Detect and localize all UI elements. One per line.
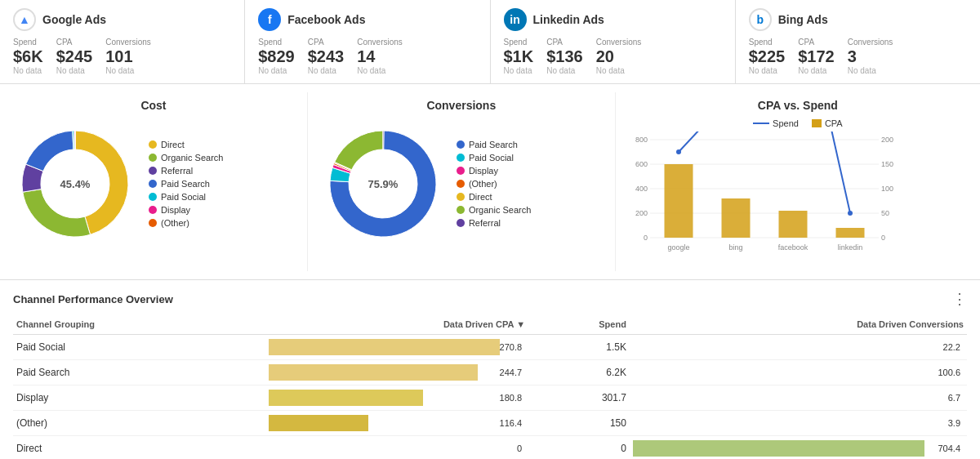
- metric-sub: No data: [749, 66, 786, 75]
- metric-label: Spend: [504, 38, 534, 47]
- metric-label: CPA: [308, 38, 345, 47]
- table-row: Paid Search244.76.2K100.6: [13, 360, 967, 385]
- conv-bar: 22.2: [633, 339, 964, 355]
- conv-bar-cell: 22.2: [630, 335, 967, 360]
- metric-sub: No data: [13, 66, 43, 75]
- spend-cell: 150: [528, 411, 630, 436]
- card-metrics: Spend $1K No data CPA $136 No data Conve…: [504, 38, 722, 75]
- legend-label: Paid Social: [469, 153, 514, 163]
- metric-value: $225: [749, 47, 786, 66]
- legend-dot: [457, 193, 465, 201]
- table-header-row: Channel GroupingData Driven CPA ▼SpendDa…: [13, 314, 967, 335]
- legend-item: Paid Social: [149, 192, 223, 202]
- charts-row: Cost 45.4% DirectOrganic SearchReferralP…: [0, 84, 980, 280]
- legend-label: Referral: [161, 166, 193, 176]
- metric-col-2: Conversions 14 No data: [357, 38, 403, 75]
- legend-dot: [149, 140, 157, 149]
- legend-label: Display: [161, 205, 190, 215]
- card-title: Facebook Ads: [287, 13, 365, 26]
- cost-center-label: 45.4%: [60, 178, 91, 190]
- card-metrics: Spend $829 No data CPA $243 No data Conv…: [258, 38, 476, 75]
- spend-cell: 1.5K: [528, 335, 630, 360]
- cpa-bar-cell: 180.8: [265, 385, 528, 411]
- table-menu-icon[interactable]: ⋮: [952, 290, 967, 308]
- legend-label: Organic Search: [161, 153, 223, 163]
- legend-item: Organic Search: [457, 205, 531, 215]
- metric-value: 14: [357, 47, 403, 66]
- legend-item: Organic Search: [149, 153, 223, 163]
- spend-cell: 6.2K: [528, 360, 630, 385]
- ad-card-facebook: f Facebook Ads Spend $829 No data CPA $2…: [245, 0, 490, 83]
- card-header: b Bing Ads: [749, 8, 967, 31]
- cpa-bar-cell: 270.8: [265, 335, 528, 360]
- legend-label: Paid Search: [161, 179, 210, 189]
- table-header-row: Channel Performance Overview ⋮: [13, 290, 967, 308]
- legend-dot: [149, 154, 157, 162]
- legend-dot: [457, 219, 465, 227]
- conversions-chart-section: Conversions 75.9% Paid SearchPaid Social…: [308, 92, 616, 271]
- metric-value: 20: [596, 47, 642, 66]
- metric-value: $1K: [504, 47, 534, 66]
- top-cards-container: ▲ Google Ads Spend $6K No data CPA $245 …: [0, 0, 980, 84]
- cpa-bar: 270.8: [269, 339, 525, 355]
- svg-rect-21: [835, 228, 864, 238]
- metric-value: $6K: [13, 47, 43, 66]
- cpa-bar-cell: 116.4: [265, 411, 528, 436]
- svg-text:100: 100: [881, 185, 893, 193]
- metric-col-1: CPA $243 No data: [308, 38, 345, 75]
- cpa-spend-line-icon: [753, 123, 769, 124]
- bing-icon: b: [749, 8, 772, 31]
- cpa-svg: 8002006001504001002005000googlebingfaceb…: [626, 131, 903, 262]
- metric-sub: No data: [105, 66, 151, 75]
- metric-col-1: CPA $172 No data: [798, 38, 835, 75]
- legend-item: Paid Search: [457, 140, 531, 149]
- cpa-bar-cell: 0: [265, 436, 528, 460]
- metric-col-1: CPA $245 No data: [56, 38, 93, 75]
- card-title: Google Ads: [42, 13, 106, 26]
- channel-name: (Other): [13, 411, 265, 436]
- cpa-cpa-legend-item: CPA: [812, 118, 843, 128]
- legend-label: Display: [469, 166, 498, 176]
- legend-dot: [149, 167, 157, 175]
- linkedin-icon: in: [504, 8, 527, 31]
- cpa-spend-label: Spend: [773, 118, 799, 128]
- svg-text:google: google: [667, 243, 689, 252]
- conv-bar-cell: 6.7: [630, 385, 967, 411]
- legend-label: Paid Search: [469, 140, 518, 149]
- legend-dot: [149, 206, 157, 214]
- svg-text:0: 0: [644, 234, 648, 242]
- metric-label: CPA: [798, 38, 835, 47]
- cpa-spend-legend-item: Spend: [753, 118, 799, 128]
- svg-text:50: 50: [881, 209, 889, 217]
- cost-chart-title: Cost: [10, 99, 297, 112]
- table-row: Direct00704.4: [13, 436, 967, 460]
- metric-sub: No data: [357, 66, 403, 75]
- cpa-cpa-label: CPA: [825, 118, 843, 128]
- google-icon: ▲: [13, 8, 36, 31]
- cpa-bar: 180.8: [269, 390, 525, 406]
- svg-text:200: 200: [881, 136, 893, 144]
- col-header-1[interactable]: Data Driven CPA ▼: [265, 314, 528, 335]
- metric-col-2: Conversions 20 No data: [596, 38, 642, 75]
- legend-label: Organic Search: [469, 205, 531, 215]
- conversions-donut: 75.9%: [318, 118, 448, 249]
- legend-item: Display: [149, 205, 223, 215]
- legend-dot: [457, 180, 465, 188]
- metric-col-1: CPA $136 No data: [546, 38, 583, 75]
- conv-bar: 3.9: [633, 415, 964, 431]
- channel-name: Paid Social: [13, 335, 265, 360]
- legend-label: Direct: [469, 192, 492, 202]
- legend-label: Paid Social: [161, 192, 206, 202]
- cpa-chart-area: 8002006001504001002005000googlebingfaceb…: [626, 131, 970, 265]
- metric-value: $172: [798, 47, 835, 66]
- legend-item: Paid Social: [457, 153, 531, 163]
- metric-label: CPA: [56, 38, 93, 47]
- card-title: Bing Ads: [778, 13, 828, 26]
- legend-label: (Other): [469, 179, 497, 189]
- col-header-2: Spend: [528, 314, 630, 335]
- metric-value: $243: [308, 47, 345, 66]
- svg-text:linkedin: linkedin: [837, 243, 862, 252]
- metric-col-0: Spend $1K No data: [504, 38, 534, 75]
- svg-text:200: 200: [635, 209, 648, 217]
- card-title: Linkedin Ads: [533, 13, 604, 26]
